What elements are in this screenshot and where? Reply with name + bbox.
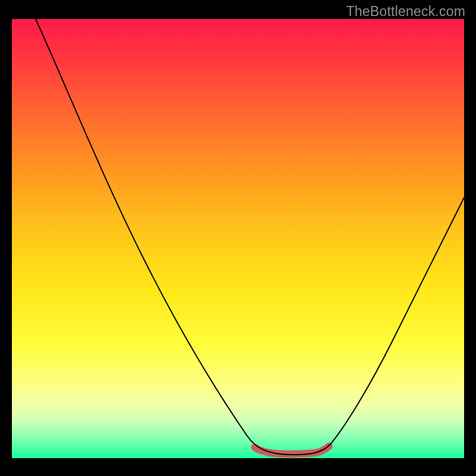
watermark-text: TheBottleneck.com (346, 4, 465, 20)
bottleneck-curve-svg (12, 19, 464, 458)
optimal-range-highlight (255, 446, 329, 454)
bottleneck-curve (36, 19, 464, 455)
plot-area (12, 19, 464, 458)
chart-frame: TheBottleneck.com (0, 0, 476, 476)
